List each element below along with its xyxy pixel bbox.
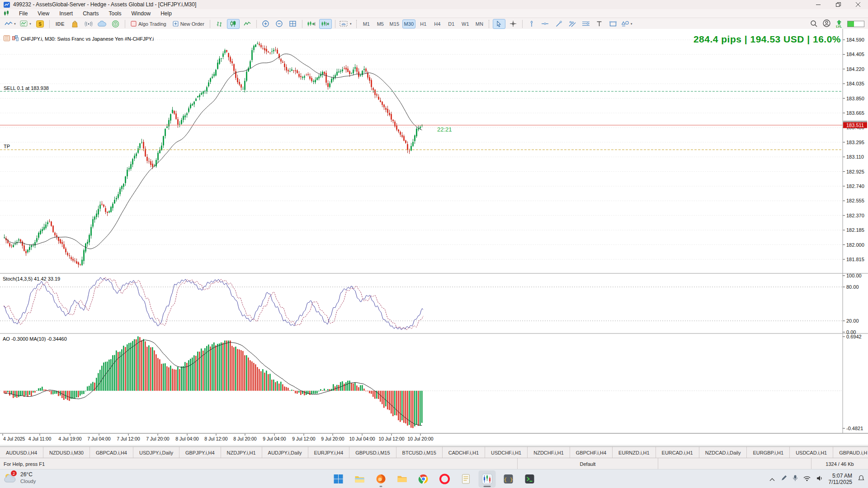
vps-cloud-icon[interactable] xyxy=(96,19,108,28)
timeframe-m5-button[interactable]: M5 xyxy=(374,20,387,28)
symbol-tab[interactable]: GBPJPY.i,H4 xyxy=(179,447,221,458)
notification-bell-icon[interactable] xyxy=(858,475,864,483)
taskbar-explorer-icon[interactable] xyxy=(351,470,368,488)
shapes-tool-button[interactable]: ▼ xyxy=(621,19,634,28)
taskbar-metatrader-icon[interactable] xyxy=(479,470,496,488)
tile-windows-icon[interactable] xyxy=(287,19,299,28)
symbol-tab[interactable]: EURCAD.i,H1 xyxy=(656,447,699,458)
profiles-button[interactable]: ▼ xyxy=(19,19,33,28)
symbol-tab[interactable]: NZDUSD.i,M30 xyxy=(43,447,90,458)
chart-shift-icon[interactable] xyxy=(319,19,332,29)
text-tool-icon[interactable] xyxy=(594,19,605,28)
timeframe-m15-button[interactable]: M15 xyxy=(388,20,401,28)
timeframe-m1-button[interactable]: M1 xyxy=(360,20,373,28)
market-store-icon[interactable] xyxy=(69,19,81,28)
title-bar: 499232 - AssetsGlobal-Server - Hedge - A… xyxy=(0,0,868,9)
microphone-icon[interactable] xyxy=(793,475,797,483)
symbol-tab[interactable]: USDCAD.i,H1 xyxy=(790,447,833,458)
mini-chart-icon[interactable] xyxy=(12,35,19,42)
symbol-tab[interactable]: NZDJPY.i,H1 xyxy=(221,447,262,458)
bar-chart-mode-icon[interactable] xyxy=(213,19,225,28)
rectangle-tool-icon[interactable] xyxy=(607,19,619,28)
timeframe-mn-button[interactable]: MN xyxy=(473,20,486,28)
status-help-text: For Help, press F1 xyxy=(4,461,45,467)
symbol-tab[interactable]: EURNZD.i,H1 xyxy=(613,447,656,458)
menu-charts[interactable]: Charts xyxy=(78,10,104,17)
trendline-tool-icon[interactable] xyxy=(553,19,565,28)
symbol-tab[interactable]: USDJPY.i,Daily xyxy=(133,447,179,458)
price-tick-label: 183.850 xyxy=(846,96,864,101)
taskbar-firefox-icon[interactable] xyxy=(373,470,390,488)
auto-scroll-icon[interactable] xyxy=(306,19,317,28)
taskbar-start-icon[interactable] xyxy=(330,470,347,488)
fibonacci-tool-icon[interactable] xyxy=(580,19,592,28)
symbol-tab[interactable]: GBPCAD.i,H4 xyxy=(90,447,133,458)
search-icon[interactable] xyxy=(810,20,817,28)
quotes-list-icon[interactable] xyxy=(4,35,10,42)
taskbar-chrome-icon[interactable] xyxy=(415,470,432,488)
chart-window-icon[interactable] xyxy=(4,10,9,16)
timeframe-h1-button[interactable]: H1 xyxy=(417,20,429,28)
symbol-tab[interactable]: NZDCHF.i,H1 xyxy=(528,447,570,458)
symbol-tab[interactable]: CADCHF.i,H1 xyxy=(443,447,485,458)
close-button[interactable] xyxy=(848,0,868,9)
symbol-tab[interactable]: NZDCAD.i,Daily xyxy=(699,447,747,458)
zoom-out-icon[interactable] xyxy=(274,19,285,28)
crosshair-tool-icon[interactable] xyxy=(507,19,519,28)
volume-icon[interactable] xyxy=(816,475,823,483)
level-upload-icon[interactable]: LVL xyxy=(836,20,842,28)
svg-text:$: $ xyxy=(39,21,42,27)
timeframe-m30-button[interactable]: M30 xyxy=(402,19,415,28)
taskbar-terminal-icon[interactable] xyxy=(521,470,538,488)
symbol-tab[interactable]: GBPUSD.i,M15 xyxy=(349,447,396,458)
timeframe-w1-button[interactable]: W1 xyxy=(459,20,472,28)
new-chart-button[interactable]: ▼ xyxy=(4,19,17,28)
tray-chevron-icon[interactable] xyxy=(769,475,775,483)
taskbar-clock[interactable]: 5:07 AM 7/11/2025 xyxy=(829,473,853,485)
symbol-tab[interactable]: AUDUSD.i,H4 xyxy=(0,447,43,458)
metaeditor-ide-button[interactable]: IDE xyxy=(53,19,67,28)
symbol-tab[interactable]: AUDJPY.i,Daily xyxy=(262,447,308,458)
taskbar-metaeditor-icon[interactable]: { } xyxy=(500,470,517,488)
vertical-line-tool-icon[interactable] xyxy=(526,19,538,28)
account-icon[interactable] xyxy=(823,19,830,28)
algo-trading-button[interactable]: Algo Trading xyxy=(128,19,169,28)
price-tick-label: 184.220 xyxy=(846,66,864,72)
cursor-tool-icon[interactable] xyxy=(493,19,505,29)
objects-button[interactable]: ▼ xyxy=(339,19,353,28)
minimize-button[interactable] xyxy=(808,0,828,9)
menu-file[interactable]: File xyxy=(14,10,33,17)
symbol-tab[interactable]: GBPCHF.i,H4 xyxy=(570,447,613,458)
symbol-tab[interactable]: USDCHF.i,H1 xyxy=(485,447,528,458)
menu-insert[interactable]: Insert xyxy=(54,10,78,17)
price-chart-canvas[interactable]: 184.590184.405184.220184.035183.850183.6… xyxy=(0,29,868,446)
price-tick-label: 182.925 xyxy=(846,169,864,174)
symbol-tab[interactable]: GBPAUD.i,H xyxy=(833,447,868,458)
menu-view[interactable]: View xyxy=(33,10,54,17)
symbol-tab[interactable]: EURGBP.i,H1 xyxy=(747,447,790,458)
taskbar-notepad-icon[interactable] xyxy=(458,470,475,488)
community-icon[interactable] xyxy=(110,19,122,28)
candlestick-mode-icon[interactable] xyxy=(227,19,240,29)
signals-icon[interactable] xyxy=(83,19,94,28)
symbol-tab[interactable]: EURJPY.i,H4 xyxy=(308,447,350,458)
line-chart-mode-icon[interactable] xyxy=(241,19,253,28)
timeframe-d1-button[interactable]: D1 xyxy=(445,20,458,28)
market-watch-button[interactable]: $ xyxy=(34,19,46,28)
taskbar-opera-icon[interactable] xyxy=(436,470,453,488)
channel-tool-icon[interactable] xyxy=(566,19,578,28)
restore-button[interactable] xyxy=(828,0,848,9)
menu-window[interactable]: Window xyxy=(127,10,156,17)
zoom-in-icon[interactable] xyxy=(260,19,272,28)
weather-widget[interactable]: 2 26°C Cloudy xyxy=(4,471,36,485)
symbol-tab[interactable]: BTCUSD.i,M15 xyxy=(396,447,443,458)
new-order-button[interactable]: New Order xyxy=(170,19,207,28)
wifi-icon[interactable] xyxy=(803,475,811,483)
timeframe-h4-button[interactable]: H4 xyxy=(431,20,443,28)
menu-tools[interactable]: Tools xyxy=(104,10,127,17)
status-profile[interactable]: Default xyxy=(580,461,596,467)
horizontal-line-tool-icon[interactable] xyxy=(539,19,551,28)
taskbar-folder-icon[interactable] xyxy=(394,470,411,488)
pen-icon[interactable] xyxy=(781,475,787,483)
menu-help[interactable]: Help xyxy=(156,10,177,17)
